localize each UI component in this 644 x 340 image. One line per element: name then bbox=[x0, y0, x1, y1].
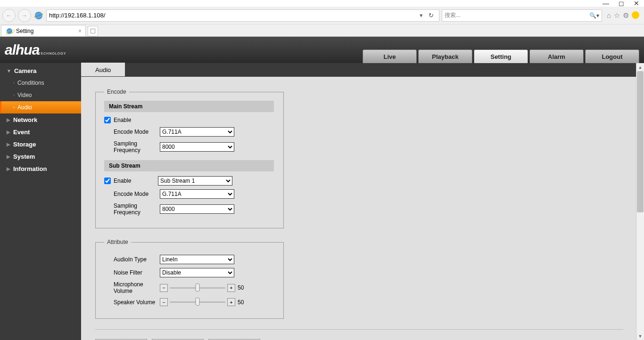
attribute-fieldset: Attribute AudioIn Type LineIn Noise Filt… bbox=[95, 239, 284, 319]
minimize-icon[interactable]: — bbox=[603, 0, 609, 7]
mic-plus-button[interactable]: + bbox=[227, 284, 235, 292]
scrollbar[interactable]: ▲ ▼ bbox=[636, 63, 644, 340]
tab-favicon bbox=[7, 28, 12, 34]
sub-enable-checkbox[interactable] bbox=[104, 178, 111, 184]
sidebar-audio[interactable]: ›Audio bbox=[0, 101, 81, 113]
ie-icon bbox=[35, 12, 42, 19]
spk-plus-button[interactable]: + bbox=[227, 298, 235, 306]
encode-fieldset: Encode Main Stream Enable Encode Mode G.… bbox=[95, 89, 284, 228]
spk-minus-button[interactable]: − bbox=[160, 298, 168, 306]
audioin-row: AudioIn Type LineIn bbox=[104, 255, 275, 264]
noise-select[interactable]: Disable bbox=[160, 268, 234, 277]
sidebar-event[interactable]: ▶Event bbox=[0, 126, 81, 138]
mic-slider[interactable] bbox=[170, 287, 225, 289]
maximize-icon[interactable]: ◻ bbox=[619, 0, 624, 7]
audioin-select[interactable]: LineIn bbox=[160, 255, 234, 264]
spk-label: Speaker Volume bbox=[104, 299, 160, 306]
main-enable-checkbox[interactable] bbox=[104, 117, 111, 123]
browser-icons: ⌂ ☆ ⚙ bbox=[604, 11, 642, 20]
encode-mode-label: Encode Mode bbox=[104, 191, 160, 197]
scroll-track[interactable] bbox=[636, 71, 644, 332]
scroll-down-icon[interactable]: ▼ bbox=[636, 332, 644, 340]
sub-stream-select[interactable]: Sub Stream 1 bbox=[158, 176, 232, 186]
main-encode-mode-select[interactable]: G.711A bbox=[160, 127, 234, 137]
main-enable-row: Enable bbox=[104, 117, 275, 123]
sidebar-item-label: Event bbox=[13, 129, 30, 136]
scroll-up-icon[interactable]: ▲ bbox=[636, 63, 644, 71]
browser-search[interactable]: 搜索... 🔍▾ bbox=[442, 9, 602, 22]
spk-slider[interactable] bbox=[170, 301, 225, 303]
mic-volume-row: Microphone Volume − + 50 bbox=[104, 281, 275, 294]
attribute-legend: Attribute bbox=[104, 239, 131, 245]
sidebar-item-label: Video bbox=[17, 92, 32, 98]
close-window-icon[interactable]: ✕ bbox=[634, 0, 639, 7]
spk-slider-thumb[interactable] bbox=[196, 298, 200, 306]
mic-slider-thumb[interactable] bbox=[196, 283, 200, 291]
settings-icon[interactable]: ⚙ bbox=[623, 11, 629, 20]
main-nav: Live Playback Setting Alarm Logout bbox=[363, 49, 639, 63]
chevron-right-icon: › bbox=[13, 93, 15, 97]
main-stream-header: Main Stream bbox=[104, 101, 274, 112]
sub-enable-label: Enable bbox=[114, 178, 158, 184]
app-header: alhua TECHNOLOGY Live Playback Setting A… bbox=[0, 37, 644, 63]
chevron-right-icon: ▶ bbox=[7, 142, 10, 147]
scroll-thumb[interactable] bbox=[637, 71, 644, 212]
chevron-right-icon: ▶ bbox=[7, 117, 10, 122]
nav-playback[interactable]: Playback bbox=[418, 49, 472, 63]
mic-minus-button[interactable]: − bbox=[160, 284, 168, 292]
url-bar[interactable]: http://192.168.1.108/ ▾ ↻ bbox=[46, 9, 439, 22]
search-placeholder: 搜索... bbox=[445, 11, 461, 19]
main-enable-label: Enable bbox=[114, 117, 131, 123]
sidebar-information[interactable]: ▶Information bbox=[0, 162, 81, 175]
chevron-right-icon: ▶ bbox=[7, 154, 10, 159]
forward-button[interactable]: → bbox=[18, 9, 31, 22]
sidebar-storage[interactable]: ▶Storage bbox=[0, 138, 81, 150]
layout: ▼Camera ›Conditions ›Video ›Audio ▶Netwo… bbox=[0, 63, 644, 340]
nav-setting[interactable]: Setting bbox=[474, 49, 528, 63]
tab-close-icon[interactable]: × bbox=[78, 28, 82, 34]
sub-sampling-select[interactable]: 8000 bbox=[160, 204, 234, 214]
sidebar-item-label: Information bbox=[13, 165, 47, 172]
sidebar-system[interactable]: ▶System bbox=[0, 150, 81, 162]
new-tab-button[interactable] bbox=[88, 26, 98, 36]
sidebar-network[interactable]: ▶Network bbox=[0, 113, 81, 126]
sampling-label: Sampling Frequency bbox=[104, 202, 160, 216]
url-text: http://192.168.1.108/ bbox=[49, 12, 105, 19]
home-icon[interactable]: ⌂ bbox=[607, 11, 611, 20]
sub-stream-header: Sub Stream bbox=[104, 160, 274, 171]
sidebar-video[interactable]: ›Video bbox=[0, 89, 81, 101]
sub-encode-mode-row: Encode Mode G.711A bbox=[104, 189, 275, 199]
sampling-label: Sampling Frequency bbox=[104, 140, 160, 154]
favorites-icon[interactable]: ☆ bbox=[614, 11, 620, 20]
tab-title: Setting bbox=[16, 28, 33, 34]
feedback-icon[interactable] bbox=[632, 11, 639, 19]
logo-main: alhua bbox=[5, 42, 39, 58]
content-tab-audio[interactable]: Audio bbox=[81, 63, 125, 76]
nav-logout[interactable]: Logout bbox=[585, 49, 639, 63]
mic-value: 50 bbox=[238, 284, 244, 291]
sidebar-camera-label: Camera bbox=[14, 67, 37, 74]
url-dropdown-icon[interactable]: ▾ bbox=[417, 12, 426, 19]
search-icon[interactable]: 🔍▾ bbox=[589, 12, 599, 19]
window-controls: — ◻ ✕ bbox=[0, 0, 644, 7]
spk-volume-row: Speaker Volume − + 50 bbox=[104, 298, 275, 306]
encode-legend: Encode bbox=[104, 89, 129, 95]
nav-live[interactable]: Live bbox=[363, 49, 417, 63]
main-sampling-row: Sampling Frequency 8000 bbox=[104, 140, 275, 154]
sub-sampling-row: Sampling Frequency 8000 bbox=[104, 202, 275, 216]
chevron-right-icon: ▶ bbox=[7, 130, 10, 135]
browser-tab[interactable]: Setting × bbox=[1, 25, 86, 36]
sub-encode-mode-select[interactable]: G.711A bbox=[160, 189, 234, 199]
chevron-down-icon: ▼ bbox=[7, 68, 11, 73]
browser-tab-bar: Setting × bbox=[0, 24, 644, 37]
back-button[interactable]: ← bbox=[2, 9, 16, 22]
nav-alarm[interactable]: Alarm bbox=[529, 49, 584, 63]
sidebar-conditions[interactable]: ›Conditions bbox=[0, 77, 81, 89]
browser-nav-bar: ← → http://192.168.1.108/ ▾ ↻ 搜索... 🔍▾ ⌂… bbox=[0, 7, 644, 24]
refresh-icon[interactable]: ↻ bbox=[426, 12, 437, 19]
logo-sub: TECHNOLOGY bbox=[38, 52, 66, 55]
sidebar-camera[interactable]: ▼Camera bbox=[0, 65, 81, 77]
chevron-right-icon: › bbox=[13, 105, 15, 110]
sidebar-item-label: Storage bbox=[13, 141, 36, 148]
main-sampling-select[interactable]: 8000 bbox=[160, 142, 234, 152]
